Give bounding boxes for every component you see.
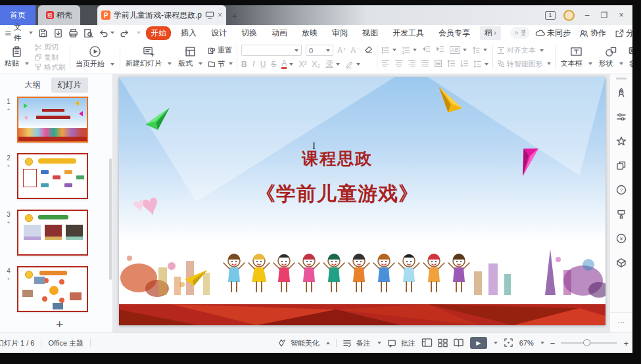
- zoom-level-select[interactable]: 67%: [519, 339, 544, 347]
- tab-docer[interactable]: 稻 稻壳: [38, 5, 80, 25]
- sync-status[interactable]: 未同步: [535, 28, 571, 39]
- font-color-button[interactable]: A: [281, 60, 293, 69]
- print-button[interactable]: [68, 28, 78, 38]
- user-avatar[interactable]: [563, 10, 575, 21]
- format-painter-button[interactable]: 格式刷: [34, 62, 66, 72]
- zoom-slider[interactable]: [561, 342, 617, 344]
- char-format-button[interactable]: 变: [325, 58, 340, 70]
- search-input[interactable]: [521, 29, 525, 37]
- slide-thumbnail-3[interactable]: [17, 210, 88, 256]
- view-normal-icon[interactable]: [421, 338, 433, 349]
- bold-button[interactable]: B: [241, 60, 247, 69]
- text-box-button[interactable]: 文本框: [558, 42, 596, 72]
- increase-font-button[interactable]: A⁺: [337, 46, 346, 55]
- sort-text-button[interactable]: [472, 46, 487, 55]
- tab-outline[interactable]: 大纲: [25, 80, 41, 91]
- subscript-button[interactable]: X₂: [312, 60, 320, 69]
- ribbon-tab-animation[interactable]: 动画: [267, 26, 292, 40]
- minimize-button[interactable]: –: [582, 11, 592, 20]
- view-reading-icon[interactable]: [453, 338, 464, 349]
- decrease-indent-button[interactable]: [422, 44, 431, 56]
- slide-thumbnail-4[interactable]: [17, 266, 88, 312]
- zoom-out-button[interactable]: −: [550, 338, 556, 348]
- zoom-slider-knob[interactable]: [583, 339, 590, 346]
- ribbon-tab-transition[interactable]: 切换: [237, 26, 262, 40]
- help-icon[interactable]: ?: [616, 185, 627, 198]
- coin-rewards-icon[interactable]: ¥: [616, 233, 627, 246]
- rocket-quick-tools-icon[interactable]: [616, 87, 627, 101]
- spacing-up-button[interactable]: [447, 58, 456, 70]
- superscript-button[interactable]: X²: [298, 60, 306, 69]
- current-slide[interactable]: ♥♥ 课程思政 《学前儿童游戏》 I: [119, 77, 605, 325]
- share-screen-icon[interactable]: [205, 11, 214, 19]
- slideshow-play-button[interactable]: ▶: [470, 337, 498, 349]
- strikethrough-button[interactable]: S: [271, 60, 276, 69]
- clear-format-button[interactable]: [364, 45, 373, 57]
- paint-tools-icon[interactable]: [616, 209, 627, 222]
- align-center-button[interactable]: [394, 58, 403, 70]
- ribbon-tab-member[interactable]: 会员专享: [434, 26, 475, 40]
- reset-slide-button[interactable]: 重置: [208, 45, 233, 55]
- panel-more-button[interactable]: ···: [610, 312, 632, 326]
- editing-canvas[interactable]: ♥♥ 课程思政 《学前儿童游戏》 I: [113, 74, 609, 332]
- toolbar-options-caret[interactable]: [137, 32, 141, 34]
- convert-smart-graphic-button[interactable]: 转智能图形: [497, 59, 551, 69]
- section-button[interactable]: 节: [208, 59, 233, 69]
- play-from-current-button[interactable]: 当页开始: [72, 42, 118, 72]
- undo-button[interactable]: [99, 29, 114, 37]
- ribbon-tab-home[interactable]: 开始: [146, 26, 171, 40]
- add-slide-button[interactable]: +: [0, 312, 112, 332]
- properties-sliders-icon[interactable]: [616, 112, 627, 125]
- 3d-model-icon[interactable]: [616, 258, 627, 271]
- line-spacing-button[interactable]: [473, 60, 488, 68]
- ribbon-tab-review[interactable]: 审阅: [327, 26, 352, 40]
- text-direction-button[interactable]: AB: [450, 46, 467, 54]
- cut-button[interactable]: 剪切: [34, 42, 66, 52]
- highlight-pen-button[interactable]: [345, 60, 360, 68]
- ribbon-tab-view[interactable]: 视图: [358, 26, 383, 40]
- ribbon-tab-docer-resource[interactable]: 稻›: [480, 26, 501, 40]
- distribute-text-button[interactable]: [434, 58, 442, 70]
- justify-button[interactable]: [421, 58, 429, 70]
- paste-button[interactable]: 粘贴: [1, 42, 32, 72]
- new-tab-button[interactable]: +: [226, 5, 243, 25]
- tab-slides[interactable]: 幻灯片: [51, 78, 88, 93]
- ribbon-tab-design[interactable]: 设计: [206, 26, 231, 40]
- effects-star-icon[interactable]: [616, 136, 627, 149]
- ribbon-tab-insert[interactable]: 插入: [176, 26, 201, 40]
- sidebar-scrollbar[interactable]: [109, 158, 112, 280]
- zoom-in-button[interactable]: +: [623, 338, 629, 348]
- font-size-select[interactable]: 0: [306, 45, 333, 56]
- restore-button[interactable]: ❐: [600, 11, 609, 20]
- share-button[interactable]: 分享: [615, 28, 632, 39]
- new-slide-button[interactable]: 新建幻灯片: [122, 42, 175, 72]
- tab-document[interactable]: P 学前儿童游戏-课程思政.pptx ×: [97, 5, 226, 25]
- save-button[interactable]: [38, 28, 48, 38]
- view-slide-sorter-icon[interactable]: [437, 338, 448, 349]
- slide-layout-button[interactable]: 版式: [175, 42, 206, 72]
- ribbon-tab-slideshow[interactable]: 放映: [297, 26, 322, 40]
- window-switcher-icon[interactable]: 1: [545, 11, 556, 20]
- close-tab-icon[interactable]: ×: [218, 11, 222, 20]
- copy-button[interactable]: 复制: [34, 53, 66, 62]
- theme-name[interactable]: Office 主题: [48, 338, 83, 348]
- slide-thumbnail-2[interactable]: [17, 153, 88, 199]
- fit-slide-icon[interactable]: [504, 338, 513, 349]
- bullet-list-button[interactable]: [381, 46, 396, 55]
- italic-button[interactable]: I: [252, 59, 255, 69]
- duplicate-layers-icon[interactable]: [616, 160, 627, 173]
- increase-indent-button[interactable]: [436, 44, 444, 56]
- decrease-font-button[interactable]: A⁻: [350, 46, 360, 55]
- underline-button[interactable]: U: [260, 60, 266, 69]
- align-text-button[interactable]: 对齐文本: [497, 45, 551, 55]
- slide-thumbnail-1[interactable]: ♥: [17, 97, 88, 143]
- close-window-button[interactable]: ×: [617, 11, 626, 20]
- panel-drag-handle[interactable]: [616, 78, 627, 80]
- slide-title-text[interactable]: 课程思政: [119, 148, 556, 170]
- spacing-down-button[interactable]: [460, 58, 469, 70]
- shape-button[interactable]: 形状: [596, 42, 627, 72]
- export-pdf-button[interactable]: [53, 28, 63, 38]
- align-left-button[interactable]: [381, 58, 390, 70]
- smart-beautify-button[interactable]: 智能美化: [277, 338, 330, 348]
- collaborate-button[interactable]: 协作: [579, 28, 606, 39]
